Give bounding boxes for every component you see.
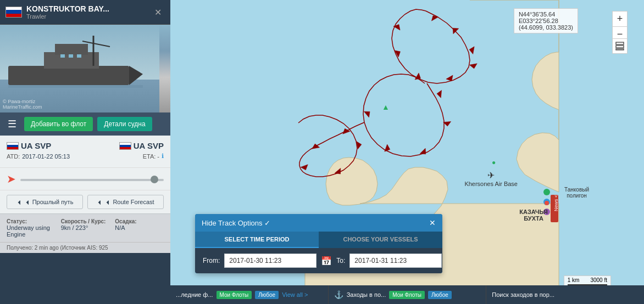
- vessel-details-button[interactable]: Детали судна: [97, 117, 152, 131]
- fleet-text: ...ледние ф...: [176, 291, 213, 298]
- from-calendar-icon[interactable]: 📅: [321, 256, 332, 266]
- vessel-name: KONSTRUKTOR BAY...: [26, 4, 147, 13]
- track-dialog-title: Hide Track Options ✓: [202, 219, 270, 227]
- add-to-fleet-button[interactable]: Добавить во флот: [24, 117, 93, 131]
- track-form: From: 📅 To: 📅: [195, 248, 442, 273]
- tank-poligon-label: Танковый полигон: [564, 187, 589, 199]
- svg-marker-10: [443, 121, 452, 126]
- svg-marker-15: [311, 143, 319, 149]
- forecast-icon: ⏴: [97, 199, 103, 205]
- svg-text:●: ●: [492, 159, 496, 166]
- panel-header: KONSTRUKTOR BAY... Trawler ✕: [0, 0, 170, 25]
- coordinates-label: N44°36'35.64 E033°22'56.28 (44.6099, 033…: [514, 8, 578, 33]
- svg-text:News <: News <: [553, 195, 559, 211]
- svg-point-24: [545, 201, 549, 205]
- fleet-badge2[interactable]: Любое: [255, 291, 279, 299]
- speed-slider-row: ➤: [0, 167, 170, 190]
- status-label: Статус:: [7, 218, 55, 224]
- speed-label: Скорость / Курс:: [61, 218, 110, 224]
- svg-marker-3: [469, 46, 474, 54]
- draft-col: Осадка: N/A: [115, 218, 164, 238]
- svg-marker-18: [357, 140, 362, 149]
- svg-marker-13: [364, 109, 372, 117]
- svg-marker-1: [430, 14, 438, 21]
- svg-rect-39: [77, 54, 81, 58]
- map-layers-button[interactable]: [612, 38, 628, 54]
- svg-rect-34: [55, 44, 88, 55]
- svg-rect-25: [551, 195, 558, 222]
- svg-rect-37: [60, 54, 65, 58]
- ports-badge2[interactable]: Любое: [428, 291, 452, 299]
- from-label: From:: [203, 257, 220, 264]
- status-value: Underway using Engine: [7, 224, 55, 238]
- atd-label: ATD:: [7, 153, 20, 160]
- svg-text:▲: ▲: [382, 103, 390, 111]
- svg-marker-11: [420, 148, 429, 157]
- fleet-badge[interactable]: Мои Флоты: [216, 291, 252, 299]
- svg-marker-2: [450, 25, 459, 34]
- search-ports-text: Поиск заходов в пор...: [492, 291, 554, 298]
- route-forecast-button[interactable]: ⏴ ⏴ Route Forecast: [87, 195, 164, 209]
- svg-rect-27: [616, 42, 624, 44]
- zoom-in-button[interactable]: +: [612, 11, 628, 26]
- flag-icon: [5, 7, 22, 18]
- svg-rect-32: [8, 66, 129, 85]
- svg-marker-14: [341, 127, 350, 134]
- status-section: Статус: Underway using Engine Скорость /…: [0, 213, 170, 242]
- svg-marker-5: [446, 75, 455, 83]
- bottom-section-ports: ⚓ Заходы в по... Мои Флоты Любое: [329, 285, 487, 304]
- hamburger-menu-button[interactable]: ☰: [4, 116, 20, 132]
- svg-marker-9: [436, 90, 441, 98]
- atd-value: 2017-01-22 05:13: [22, 153, 70, 160]
- tab-choose-vessels[interactable]: CHOOSE YOUR VESSELS: [319, 232, 442, 248]
- speed-slider-track[interactable]: [20, 179, 164, 181]
- draft-value: N/A: [115, 224, 164, 231]
- past-route-button[interactable]: ⏴ ⏴ Прошлый путь: [7, 195, 83, 209]
- tab-select-time[interactable]: SELECT TIME PERIOD: [195, 232, 319, 248]
- eta-info[interactable]: ℹ: [162, 153, 164, 160]
- track-tabs: SELECT TIME PERIOD CHOOSE YOUR VESSELS: [195, 232, 442, 248]
- vessel-image: © Pawa-mortiz MarineTraffic.com: [0, 25, 170, 112]
- speed-slider-thumb[interactable]: [151, 176, 158, 183]
- panel-close-button[interactable]: ✕: [151, 6, 165, 19]
- svg-marker-6: [415, 73, 423, 82]
- received-text: Получено: 2 min ago (Источник AIS: 925: [7, 245, 108, 251]
- left-panel: KONSTRUKTOR BAY... Trawler ✕: [0, 0, 170, 304]
- track-options-dialog: Hide Track Options ✓ ✕ SELECT TIME PERIO…: [195, 214, 442, 273]
- panel-toolbar: ☰ Добавить во флот Детали судна: [0, 112, 170, 136]
- ports-text: Заходы в по...: [347, 291, 386, 298]
- track-dialog-close[interactable]: ✕: [429, 218, 436, 227]
- past-route-icon: ⏴: [16, 199, 23, 205]
- speed-value: 9kn / 223°: [61, 224, 110, 231]
- zoom-controls[interactable]: + −: [612, 11, 628, 42]
- svg-marker-8: [393, 22, 402, 30]
- svg-rect-28: [616, 46, 624, 48]
- svg-rect-41: [8, 85, 143, 88]
- svg-marker-12: [385, 144, 391, 153]
- anchor-icon: ⚓: [334, 290, 343, 299]
- svg-point-22: [543, 199, 550, 205]
- from-date-input[interactable]: [224, 254, 317, 268]
- eta-label: ETA: -: [143, 153, 159, 160]
- vessel-info: UA SVP UA SVP ATD: 2017-01-22 05:13 ETA:…: [0, 136, 170, 167]
- view-all-link[interactable]: View all >: [282, 291, 308, 298]
- svg-rect-29: [616, 49, 624, 50]
- ports-badge[interactable]: Мои Флоты: [389, 291, 425, 299]
- khersones-label: ✈ Khersones Air Base: [464, 170, 518, 187]
- svg-rect-38: [69, 54, 73, 58]
- bottom-section-search: Поиск заходов в пор...: [486, 285, 644, 304]
- speed-col: Скорость / Курс: 9kn / 223°: [61, 218, 110, 238]
- svg-marker-17: [335, 168, 343, 176]
- status-col: Статус: Underway using Engine: [7, 218, 55, 238]
- svg-marker-16: [301, 165, 309, 171]
- watermark: © Pawa-mortiz MarineTraffic.com: [3, 99, 42, 110]
- route-buttons: ⏴ ⏴ Прошлый путь ⏴ ⏴ Route Forecast: [0, 190, 170, 213]
- vessel-type: Trawler: [26, 13, 147, 20]
- bottom-bar: ...ледние ф... Мои Флоты Любое View all …: [170, 285, 644, 304]
- to-label: To:: [336, 257, 345, 264]
- svg-marker-7: [395, 48, 402, 57]
- kazach-bukhta-label: КАЗАЧЬЯ БУХТА: [519, 209, 548, 222]
- to-date-input[interactable]: [349, 254, 442, 268]
- svg-point-21: [543, 189, 550, 195]
- bottom-section-fleet: ...ледние ф... Мои Флоты Любое View all …: [170, 285, 329, 304]
